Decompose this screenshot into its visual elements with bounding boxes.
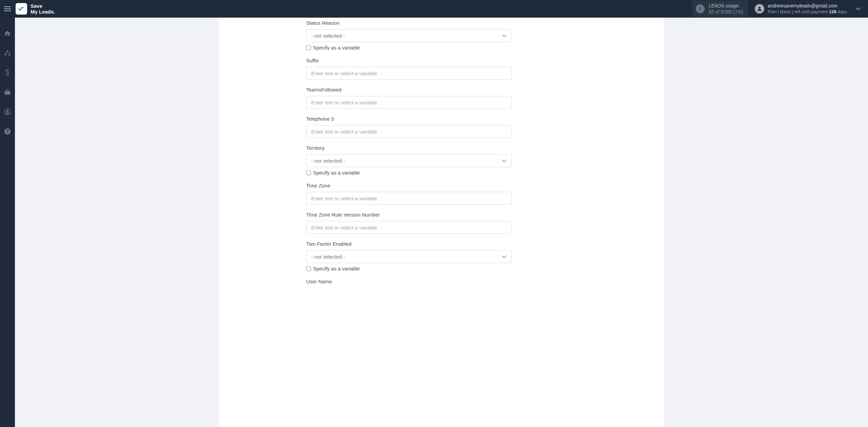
usage-count: 52 [709,9,714,15]
field-status-reason: Status Reason - not selected - Specify a… [306,20,577,50]
svg-point-0 [758,7,761,9]
checkbox-input[interactable] [306,170,311,175]
input-tz-rule-version[interactable] [306,221,512,234]
label-tz-rule-version: Time Zone Rule Version Number [306,212,577,218]
hierarchy-icon [4,50,11,56]
input-time-zone[interactable] [306,192,512,205]
chevron-down-icon [502,33,507,39]
label-suffix: Suffix [306,58,577,63]
label-time-zone: Time Zone [306,183,577,188]
checkbox-input[interactable] [306,266,311,271]
account-expand-button[interactable] [854,4,863,14]
logo[interactable] [16,3,27,15]
sidebar-item-billing[interactable] [0,66,15,79]
svg-rect-4 [5,91,11,95]
user-icon [756,6,763,12]
usage-values: 52 of 5'000 (1%) [709,9,743,15]
field-territory: Territory - not selected - Specify as a … [306,145,577,176]
sidebar-item-connections[interactable] [0,47,15,59]
usage-percent: (1%) [733,9,744,15]
checkbox-status-reason-variable[interactable]: Specify as a variable [306,45,577,50]
field-telephone-3: Telephone 3 [306,116,577,138]
account-text: andrewsavemyleads@gmail.com Plan | Basic… [768,3,847,15]
checkbox-territory-variable[interactable]: Specify as a variable [306,170,577,176]
field-suffix: Suffix [306,58,577,80]
svg-rect-2 [5,54,6,55]
select-territory[interactable]: - not selected - [306,154,512,167]
label-status-reason: Status Reason [306,20,577,26]
menu-button[interactable] [3,4,12,14]
plan-days: 128 [829,9,836,14]
usage-text: LEADS usage: 52 of 5'000 (1%) [709,3,743,15]
sidebar-item-home[interactable] [0,27,15,39]
briefcase-icon [4,89,11,95]
chevron-down-icon [502,158,507,164]
plan-mid: | left until payment [792,9,828,14]
dollar-icon [5,69,10,76]
checkmark-icon [18,7,25,11]
user-circle-icon [4,108,11,115]
svg-point-8 [7,133,8,134]
brand-line1: Save [31,3,55,9]
checkbox-label: Specify as a variable [313,266,360,271]
content-wrap: Status Reason - not selected - Specify a… [15,18,868,427]
header-left: Save My Leads. [3,3,55,15]
account-widget[interactable]: andrewsavemyleads@gmail.com Plan | Basic… [755,3,847,15]
sidebar-item-help[interactable] [0,125,15,138]
svg-rect-3 [8,54,10,55]
plan-prefix: Plan | [768,9,779,14]
label-teams-followed: TeamsFollowed [306,87,577,93]
label-user-name: User Name [306,279,577,284]
question-icon [4,128,11,135]
plan-name: Basic [780,9,791,14]
checkbox-label: Specify as a variable [313,170,360,176]
field-tz-rule-version: Time Zone Rule Version Number [306,212,577,234]
checkbox-input[interactable] [306,45,311,50]
sidebar [0,18,15,427]
checkbox-label: Specify as a variable [313,45,360,50]
select-two-factor[interactable]: - not selected - [306,250,512,263]
plan-days-label: days [838,9,847,14]
brand-line2: My Leads. [31,9,55,15]
input-teams-followed[interactable] [306,96,512,109]
select-value: - not selected - [311,158,345,164]
info-icon: i [696,4,705,13]
select-status-reason[interactable]: - not selected - [306,29,512,42]
content-panel: Status Reason - not selected - Specify a… [219,18,664,427]
field-user-name: User Name [306,279,577,284]
input-telephone-3[interactable] [306,125,512,138]
home-icon [4,30,11,36]
field-teams-followed: TeamsFollowed [306,87,577,109]
select-value: - not selected - [311,254,345,260]
usage-label: LEADS usage: [709,3,743,9]
account-plan: Plan | Basic | left until payment 128 da… [768,9,847,15]
label-telephone-3: Telephone 3 [306,116,577,122]
svg-point-6 [6,110,8,112]
chevron-down-icon [502,254,507,260]
avatar-icon [755,4,764,14]
checkbox-two-factor-variable[interactable]: Specify as a variable [306,266,577,271]
account-email: andrewsavemyleads@gmail.com [768,3,847,9]
label-territory: Territory [306,145,577,151]
sidebar-item-account[interactable] [0,106,15,118]
usage-widget[interactable]: i LEADS usage: 52 of 5'000 (1%) [692,1,748,17]
usage-total: 5'000 [721,9,732,15]
header: Save My Leads. i LEADS usage: 52 of 5'00… [0,0,868,18]
field-two-factor: Two Factor Enabled - not selected - Spec… [306,241,577,271]
usage-of: of [715,9,719,15]
input-suffix[interactable] [306,67,512,80]
chevron-down-icon [856,7,861,11]
brand-name: Save My Leads. [31,3,55,15]
header-right: i LEADS usage: 52 of 5'000 (1%) andrewsa… [692,1,863,17]
select-value: - not selected - [311,33,345,39]
field-time-zone: Time Zone [306,183,577,205]
svg-rect-1 [7,50,8,52]
label-two-factor: Two Factor Enabled [306,241,577,247]
sidebar-item-integrations[interactable] [0,86,15,98]
